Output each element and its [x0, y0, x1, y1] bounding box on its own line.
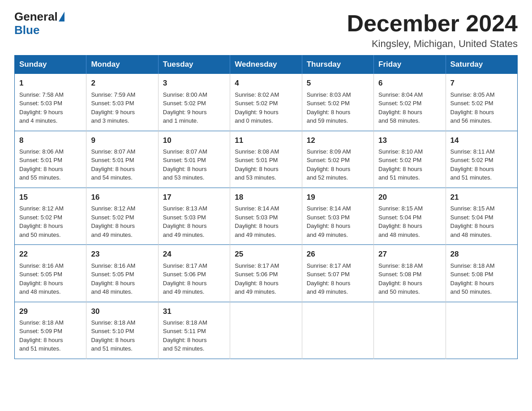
- day-info: Sunrise: 8:14 AM Sunset: 5:03 PM Dayligh…: [235, 204, 297, 239]
- day-info: Sunrise: 8:07 AM Sunset: 5:01 PM Dayligh…: [163, 147, 225, 182]
- day-info: Sunrise: 8:16 AM Sunset: 5:05 PM Dayligh…: [19, 261, 82, 296]
- day-number: 10: [163, 135, 225, 146]
- weekday-header-saturday: Saturday: [446, 56, 517, 74]
- calendar-day-1: 1Sunrise: 7:58 AM Sunset: 5:03 PM Daylig…: [15, 74, 86, 131]
- day-number: 17: [163, 192, 225, 203]
- day-number: 16: [91, 192, 153, 203]
- day-number: 21: [450, 192, 513, 203]
- day-info: Sunrise: 8:02 AM Sunset: 5:02 PM Dayligh…: [235, 90, 297, 125]
- calendar-day-9: 9Sunrise: 8:07 AM Sunset: 5:01 PM Daylig…: [86, 131, 158, 188]
- logo-blue-text: Blue: [14, 23, 39, 37]
- calendar-week-row: 15Sunrise: 8:12 AM Sunset: 5:02 PM Dayli…: [15, 188, 518, 244]
- calendar-day-18: 18Sunrise: 8:14 AM Sunset: 5:03 PM Dayli…: [230, 188, 302, 244]
- weekday-header-tuesday: Tuesday: [158, 56, 230, 74]
- weekday-header-monday: Monday: [86, 56, 158, 74]
- calendar-day-16: 16Sunrise: 8:12 AM Sunset: 5:02 PM Dayli…: [86, 188, 158, 244]
- calendar-day-empty: [446, 302, 517, 359]
- day-number: 15: [19, 192, 82, 203]
- day-info: Sunrise: 7:58 AM Sunset: 5:03 PM Dayligh…: [19, 90, 82, 125]
- day-number: 11: [235, 135, 297, 146]
- weekday-header-wednesday: Wednesday: [230, 56, 302, 74]
- day-number: 26: [307, 248, 369, 260]
- day-info: Sunrise: 8:06 AM Sunset: 5:01 PM Dayligh…: [19, 147, 82, 182]
- calendar-day-17: 17Sunrise: 8:13 AM Sunset: 5:03 PM Dayli…: [158, 188, 230, 244]
- calendar-day-22: 22Sunrise: 8:16 AM Sunset: 5:05 PM Dayli…: [15, 245, 86, 302]
- day-info: Sunrise: 8:04 AM Sunset: 5:02 PM Dayligh…: [378, 90, 441, 125]
- day-info: Sunrise: 8:09 AM Sunset: 5:02 PM Dayligh…: [307, 147, 369, 182]
- calendar-week-row: 8Sunrise: 8:06 AM Sunset: 5:01 PM Daylig…: [15, 131, 518, 188]
- calendar-day-13: 13Sunrise: 8:10 AM Sunset: 5:02 PM Dayli…: [374, 131, 446, 188]
- day-info: Sunrise: 8:15 AM Sunset: 5:04 PM Dayligh…: [378, 204, 441, 239]
- day-number: 18: [235, 192, 297, 203]
- day-number: 4: [235, 77, 297, 89]
- day-info: Sunrise: 8:11 AM Sunset: 5:02 PM Dayligh…: [450, 147, 513, 182]
- day-info: Sunrise: 8:08 AM Sunset: 5:01 PM Dayligh…: [235, 147, 297, 182]
- day-number: 7: [450, 77, 513, 89]
- calendar-day-19: 19Sunrise: 8:14 AM Sunset: 5:03 PM Dayli…: [302, 188, 373, 244]
- day-info: Sunrise: 8:00 AM Sunset: 5:02 PM Dayligh…: [163, 90, 225, 125]
- calendar-day-26: 26Sunrise: 8:17 AM Sunset: 5:07 PM Dayli…: [302, 245, 373, 302]
- day-number: 29: [19, 306, 82, 317]
- calendar-week-row: 29Sunrise: 8:18 AM Sunset: 5:09 PM Dayli…: [15, 302, 518, 359]
- calendar-day-14: 14Sunrise: 8:11 AM Sunset: 5:02 PM Dayli…: [446, 131, 517, 188]
- day-number: 31: [163, 306, 225, 317]
- day-info: Sunrise: 8:05 AM Sunset: 5:02 PM Dayligh…: [450, 90, 513, 125]
- day-number: 9: [91, 135, 153, 146]
- day-info: Sunrise: 8:18 AM Sunset: 5:10 PM Dayligh…: [91, 318, 153, 353]
- calendar-day-7: 7Sunrise: 8:05 AM Sunset: 5:02 PM Daylig…: [446, 74, 517, 131]
- calendar-day-28: 28Sunrise: 8:18 AM Sunset: 5:08 PM Dayli…: [446, 245, 517, 302]
- day-info: Sunrise: 8:14 AM Sunset: 5:03 PM Dayligh…: [307, 204, 369, 239]
- calendar-day-8: 8Sunrise: 8:06 AM Sunset: 5:01 PM Daylig…: [15, 131, 86, 188]
- day-info: Sunrise: 8:13 AM Sunset: 5:03 PM Dayligh…: [163, 204, 225, 239]
- title-area: December 2024 Kingsley, Michigan, United…: [347, 11, 518, 50]
- weekday-header-friday: Friday: [374, 56, 446, 74]
- logo-triangle-icon: [59, 12, 64, 21]
- logo-general-text: General: [14, 11, 58, 22]
- calendar-day-25: 25Sunrise: 8:17 AM Sunset: 5:06 PM Dayli…: [230, 245, 302, 302]
- day-number: 12: [307, 135, 369, 146]
- day-number: 5: [307, 77, 369, 89]
- calendar-day-29: 29Sunrise: 8:18 AM Sunset: 5:09 PM Dayli…: [15, 302, 86, 359]
- day-info: Sunrise: 8:18 AM Sunset: 5:09 PM Dayligh…: [19, 318, 82, 353]
- calendar-day-empty: [374, 302, 446, 359]
- calendar-day-5: 5Sunrise: 8:03 AM Sunset: 5:02 PM Daylig…: [302, 74, 373, 131]
- day-info: Sunrise: 8:16 AM Sunset: 5:05 PM Dayligh…: [91, 261, 153, 296]
- calendar-day-12: 12Sunrise: 8:09 AM Sunset: 5:02 PM Dayli…: [302, 131, 373, 188]
- day-number: 19: [307, 192, 369, 203]
- calendar-day-24: 24Sunrise: 8:17 AM Sunset: 5:06 PM Dayli…: [158, 245, 230, 302]
- calendar-day-2: 2Sunrise: 7:59 AM Sunset: 5:03 PM Daylig…: [86, 74, 158, 131]
- calendar-day-31: 31Sunrise: 8:18 AM Sunset: 5:11 PM Dayli…: [158, 302, 230, 359]
- calendar-day-21: 21Sunrise: 8:15 AM Sunset: 5:04 PM Dayli…: [446, 188, 517, 244]
- month-title: December 2024: [347, 11, 518, 36]
- day-info: Sunrise: 8:12 AM Sunset: 5:02 PM Dayligh…: [91, 204, 153, 239]
- day-number: 14: [450, 135, 513, 146]
- day-number: 28: [450, 248, 513, 260]
- weekday-header-thursday: Thursday: [302, 56, 373, 74]
- calendar-week-row: 22Sunrise: 8:16 AM Sunset: 5:05 PM Dayli…: [15, 245, 518, 302]
- day-number: 6: [378, 77, 441, 89]
- day-info: Sunrise: 8:18 AM Sunset: 5:08 PM Dayligh…: [450, 261, 513, 296]
- day-info: Sunrise: 8:17 AM Sunset: 5:06 PM Dayligh…: [163, 261, 225, 296]
- day-info: Sunrise: 8:15 AM Sunset: 5:04 PM Dayligh…: [450, 204, 513, 239]
- day-info: Sunrise: 7:59 AM Sunset: 5:03 PM Dayligh…: [91, 90, 153, 125]
- day-number: 22: [19, 248, 82, 260]
- calendar-day-30: 30Sunrise: 8:18 AM Sunset: 5:10 PM Dayli…: [86, 302, 158, 359]
- day-number: 2: [91, 77, 153, 89]
- day-number: 24: [163, 248, 225, 260]
- day-number: 23: [91, 248, 153, 260]
- day-info: Sunrise: 8:10 AM Sunset: 5:02 PM Dayligh…: [378, 147, 441, 182]
- logo: General: [14, 11, 65, 22]
- day-info: Sunrise: 8:12 AM Sunset: 5:02 PM Dayligh…: [19, 204, 82, 239]
- calendar-day-3: 3Sunrise: 8:00 AM Sunset: 5:02 PM Daylig…: [158, 74, 230, 131]
- day-number: 30: [91, 306, 153, 317]
- day-info: Sunrise: 8:18 AM Sunset: 5:11 PM Dayligh…: [163, 318, 225, 353]
- day-info: Sunrise: 8:18 AM Sunset: 5:08 PM Dayligh…: [378, 261, 441, 296]
- calendar-day-27: 27Sunrise: 8:18 AM Sunset: 5:08 PM Dayli…: [374, 245, 446, 302]
- day-number: 1: [19, 77, 82, 89]
- day-number: 27: [378, 248, 441, 260]
- day-number: 25: [235, 248, 297, 260]
- calendar-day-20: 20Sunrise: 8:15 AM Sunset: 5:04 PM Dayli…: [374, 188, 446, 244]
- day-info: Sunrise: 8:17 AM Sunset: 5:06 PM Dayligh…: [235, 261, 297, 296]
- calendar-week-row: 1Sunrise: 7:58 AM Sunset: 5:03 PM Daylig…: [15, 74, 518, 131]
- calendar-day-23: 23Sunrise: 8:16 AM Sunset: 5:05 PM Dayli…: [86, 245, 158, 302]
